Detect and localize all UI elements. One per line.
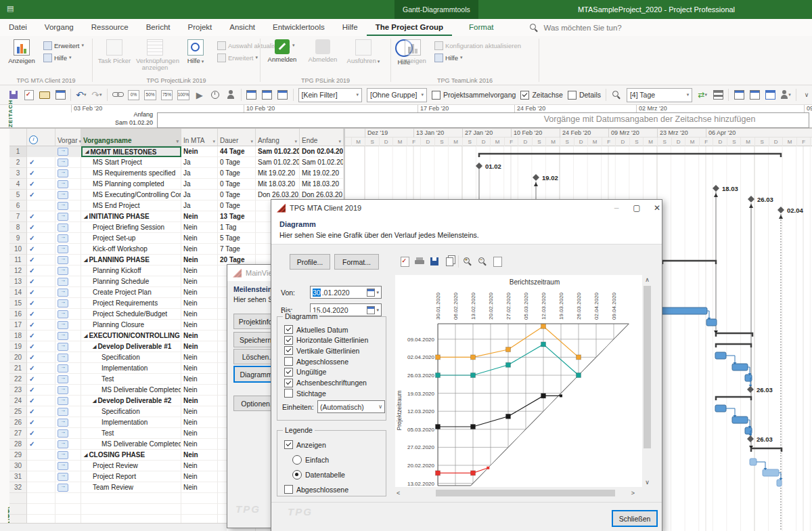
row-number[interactable]: 6 — [9, 200, 27, 211]
zoom-out-icon[interactable]: − — [476, 256, 489, 267]
task-name-cell[interactable]: Project Review — [81, 461, 181, 471]
task-name-cell[interactable]: ◢EXECUTION/CONTROLLING PHASE — [81, 331, 181, 341]
task-mode-cell[interactable] — [55, 482, 81, 493]
menu-tab-hilfe[interactable]: Hilfe — [334, 19, 367, 36]
add-calendar-icon[interactable] — [734, 89, 744, 101]
task-mode-cell[interactable] — [55, 244, 81, 255]
inmta-cell[interactable]: Ja — [181, 200, 218, 211]
toolbar-checkbox-projektsammelvorgang[interactable]: Projektsammelvorgang — [432, 91, 516, 100]
filter-select[interactable]: [Kein Filter]▾ — [298, 88, 363, 102]
dauer-cell[interactable]: 0 Tage — [218, 179, 256, 190]
menu-tab-the-project-group[interactable]: The Project Group — [367, 19, 452, 36]
task-mode-cell[interactable] — [55, 396, 81, 406]
inmta-cell[interactable]: Nein — [181, 363, 218, 374]
task-mode-cell[interactable] — [55, 331, 81, 341]
task-mode-cell[interactable] — [55, 168, 81, 179]
diagramm-checkbox-achsenbeschriftungen[interactable]: Achsenbeschriftungen — [284, 379, 367, 387]
row-number[interactable]: 29 — [9, 450, 27, 461]
row-number[interactable]: 11 — [9, 255, 27, 266]
inmta-cell[interactable]: Nein — [181, 417, 218, 428]
task-name-cell[interactable]: Specification — [81, 352, 181, 363]
row-number[interactable]: 15 — [9, 298, 27, 309]
row-number[interactable]: 13 — [9, 276, 27, 287]
row-number[interactable]: 7 — [9, 211, 27, 222]
row-number[interactable]: 18 — [9, 331, 27, 341]
task-mode-cell[interactable] — [55, 157, 81, 168]
task-mode-cell[interactable] — [55, 439, 81, 450]
maximize-button[interactable]: ▢ — [627, 201, 647, 215]
row-number[interactable]: 14 — [9, 287, 27, 298]
task-name-cell[interactable]: ◢MGMT MILESTONES — [81, 146, 181, 157]
anzeigen-checkbox[interactable]: Anzeigen — [284, 440, 326, 449]
print-icon[interactable] — [413, 256, 426, 267]
percent-50-icon[interactable]: 50% — [144, 89, 156, 101]
inmta-cell[interactable]: Nein — [181, 298, 218, 309]
anfang-header[interactable]: Anfang▾ — [256, 129, 300, 146]
dauer-cell[interactable]: 1 Tag — [218, 222, 256, 233]
dauer-cell[interactable]: 5 Tage — [218, 233, 256, 244]
percent-100-icon[interactable]: 100% — [177, 89, 189, 101]
task-name-cell[interactable]: Team Review — [81, 482, 181, 493]
minimize-button[interactable]: – — [606, 201, 627, 215]
menu-tab-ressource[interactable]: Ressource — [83, 19, 137, 36]
anfang-cell[interactable]: Sam 01.02.20 — [256, 157, 300, 168]
ende-cell[interactable]: Mit 18.03.20 — [300, 179, 344, 190]
export-icon[interactable] — [55, 89, 66, 101]
task-mode-cell[interactable] — [55, 287, 81, 298]
task-mode-cell[interactable] — [55, 363, 81, 374]
percent-75-icon[interactable]: 75% — [161, 89, 173, 101]
task-name-cell[interactable]: MS Planning completed — [81, 179, 181, 190]
task-name-cell[interactable]: Specification — [81, 406, 181, 417]
task-mode-cell[interactable] — [55, 352, 81, 363]
menu-tab-datei[interactable]: Datei — [0, 19, 36, 36]
task-name-cell[interactable]: Planning Closure — [81, 320, 181, 331]
task-name-cell[interactable]: Test — [81, 374, 181, 385]
column-dropdown-icon[interactable]: ▾ — [338, 139, 341, 144]
datentabelle-radio[interactable]: Datentabelle — [292, 470, 345, 480]
row-number[interactable]: 1 — [9, 146, 27, 157]
task-mode-cell[interactable] — [55, 309, 81, 320]
row-number[interactable]: 2 — [9, 157, 27, 168]
ribbon-small-hilfe[interactable]: Hilfe▾ — [43, 52, 72, 63]
task-name-cell[interactable]: Implementation — [81, 417, 181, 428]
anfang-cell[interactable]: Sam 01.02.20 — [256, 146, 300, 157]
task-name-cell[interactable]: ◢PLANNING PHASE — [81, 255, 181, 266]
link-tasks-icon[interactable] — [112, 89, 123, 101]
inmta-cell[interactable]: Nein — [181, 439, 218, 450]
ende-header[interactable]: Ende▾ — [300, 129, 344, 146]
details-split-icon[interactable] — [713, 89, 723, 101]
tell-me-search[interactable]: Was möchten Sie tun? — [529, 19, 621, 36]
menu-tab-vorgang[interactable]: Vorgang — [36, 19, 83, 36]
diagramm-checkbox-abgeschlossene[interactable]: Abgeschlossene — [284, 357, 348, 366]
row-number[interactable]: 24 — [9, 396, 27, 406]
zoom-in-icon[interactable]: + — [461, 256, 474, 267]
row-number[interactable]: 5 — [9, 190, 27, 200]
task-mode-cell[interactable] — [55, 222, 81, 233]
toolbar-checkbox-zeitachse[interactable]: Zeitachse — [520, 91, 563, 100]
diagramm-checkbox-ungültige[interactable]: Ungültige — [284, 368, 326, 377]
inmta-cell[interactable]: Nein — [181, 266, 218, 276]
ribbon-small-erweitert[interactable]: Erweitert▾ — [43, 40, 84, 51]
info-header[interactable]: i — [27, 129, 55, 146]
anfang-cell[interactable]: Mit 18.03.20 — [256, 179, 300, 190]
task-mode-cell[interactable] — [55, 255, 81, 266]
task-mode-cell[interactable] — [55, 450, 81, 461]
mode-header[interactable]: Vorgar▾ — [55, 129, 81, 146]
schliessen-button[interactable]: Schließen — [612, 510, 658, 527]
inmta-cell[interactable]: Nein — [181, 385, 218, 396]
task-name-cell[interactable]: MS Requirements specified — [81, 168, 181, 179]
row-number[interactable]: 23 — [9, 385, 27, 396]
inmta-cell[interactable]: Nein — [181, 406, 218, 417]
ribbon-small-hilfe[interactable]: Hilfe▾ — [434, 52, 463, 63]
row-number[interactable]: 21 — [9, 363, 27, 374]
inmta-cell[interactable]: Nein — [181, 233, 218, 244]
scroll-up-icon[interactable]: ∧ — [642, 276, 652, 283]
task-mode-cell[interactable] — [55, 146, 81, 157]
split-view-icon[interactable] — [277, 89, 288, 101]
task-name-cell[interactable]: MS Deliverable Completed — [81, 439, 181, 450]
save-as-icon[interactable] — [24, 89, 35, 101]
menu-tab-projekt[interactable]: Projekt — [179, 19, 221, 36]
inmta-cell[interactable]: Ja — [181, 157, 218, 168]
inmta-cell[interactable]: Nein — [181, 471, 218, 482]
task-name-cell[interactable]: Kick-off Workshop — [81, 244, 181, 255]
